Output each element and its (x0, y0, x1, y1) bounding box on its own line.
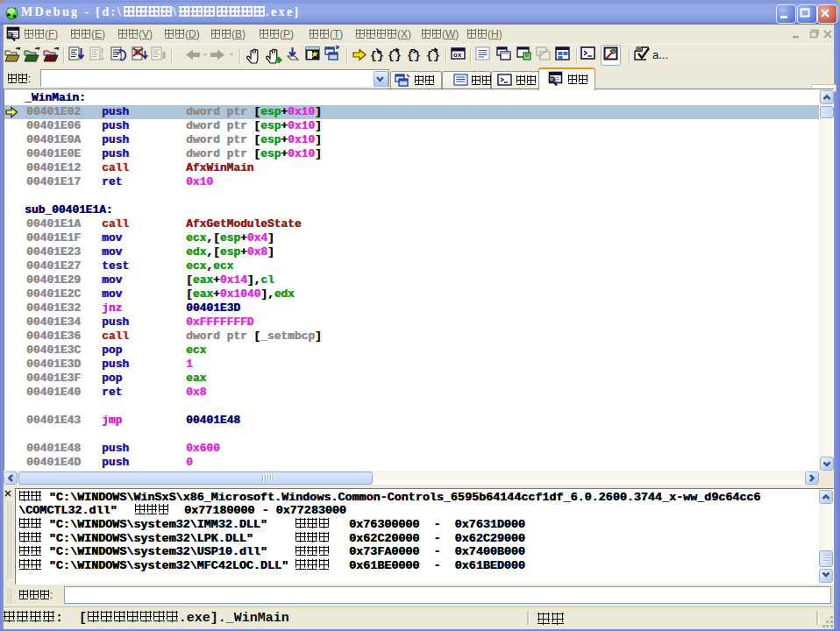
svg-text:ox: ox (453, 51, 462, 59)
svg-text:{: { (426, 49, 433, 62)
svg-text:{: { (388, 49, 395, 62)
svg-text:{: { (370, 49, 377, 62)
svg-text:a...: a... (652, 48, 668, 61)
svg-text:{: { (407, 49, 414, 62)
